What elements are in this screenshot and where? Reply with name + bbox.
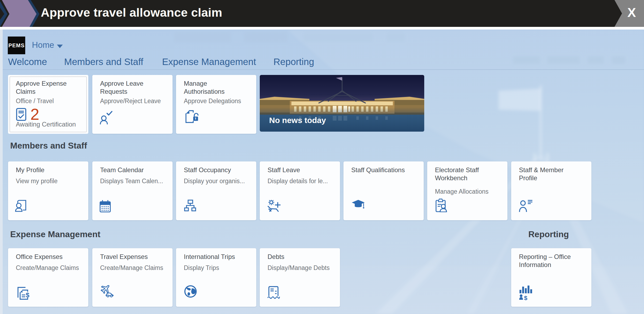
svg-text:$: $ [524, 295, 527, 300]
svg-text:No news today: No news today [269, 116, 326, 125]
svg-text:$: $ [26, 291, 30, 299]
